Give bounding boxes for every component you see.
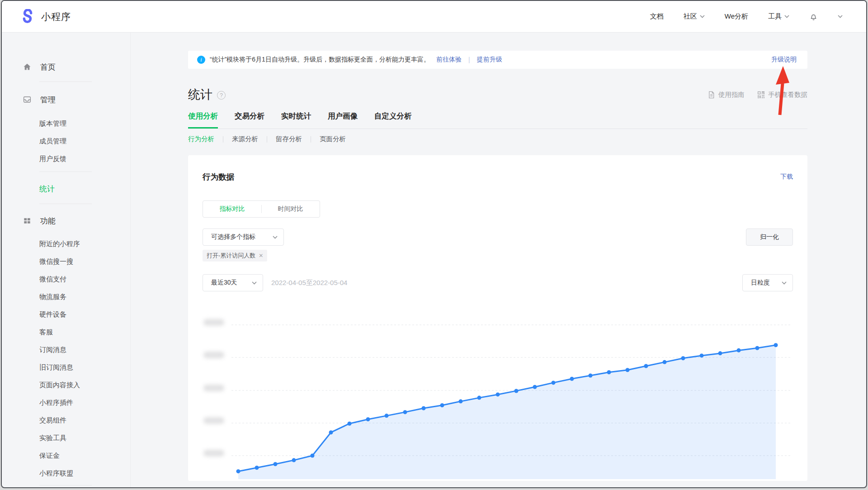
chevron-down-icon [700,15,705,18]
sidebar-item-member-manage[interactable]: 成员管理 [2,133,130,150]
subtab-page-analysis[interactable]: 页面分析 [320,135,346,143]
nav-we-analytics[interactable]: We分析 [725,12,748,21]
tab-usage-analysis[interactable]: 使用分析 [188,111,218,128]
top-nav: 文档 社区 We分析 工具 [650,12,843,21]
y-axis-label-redacted [203,319,224,326]
sidebar-item-nearby-miniprogram[interactable]: 附近的小程序 [2,235,130,253]
sidebar: 首页 管理 版本管理 成员管理 用户反馈 统计 功能 附近的小程序 微信搜一搜 … [2,33,131,487]
sidebar-item-old-subscribe-message[interactable]: 旧订阅消息 [2,359,130,376]
info-icon: i [197,56,205,64]
chevron-down-icon [782,281,787,285]
granularity-select[interactable]: 日粒度 [742,274,793,291]
sidebar-item-page-content[interactable]: 页面内容接入 [2,376,130,394]
sidebar-item-manage[interactable]: 管理 [2,90,130,109]
try-now-link[interactable]: 前往体验 [436,56,462,64]
y-axis-label-redacted [203,352,224,358]
sidebar-item-plugin[interactable]: 小程序插件 [2,394,130,412]
sidebar-item-wechat-search[interactable]: 微信搜一搜 [2,253,130,271]
chevron-down-icon [838,15,843,18]
subtab-source-analysis[interactable]: 来源分析 [232,135,258,143]
app-window: 小程序 文档 社区 We分析 工具 首页 [1,0,867,488]
sidebar-item-experiment-tools[interactable]: 实验工具 [2,429,130,447]
tray-icon [23,95,32,104]
tab-trade-analysis[interactable]: 交易分析 [235,111,264,128]
metric-select[interactable]: 可选择多个指标 [203,228,284,246]
behavior-line-chart [203,314,793,479]
date-range-select[interactable]: 最近30天 [203,274,263,291]
logo-text: 小程序 [41,10,71,23]
sidebar-item-user-feedback[interactable]: 用户反馈 [2,150,130,168]
bell-icon [809,12,818,21]
upgrade-notice-bar: i “统计”模块将于6月1日自动升级。升级后，数据指标更全面，分析能力更丰富。 … [188,51,807,69]
help-icon[interactable]: ? [217,91,226,100]
sidebar-item-customer-service[interactable]: 客服 [2,323,130,341]
metric-tag: 打开-累计访问人数 ✕ [203,250,267,262]
subtab-behavior-analysis[interactable]: 行为分析 [188,135,214,143]
sidebar-divider [39,81,92,82]
sidebar-item-logistics[interactable]: 物流服务 [2,288,130,306]
nav-community[interactable]: 社区 [684,12,705,21]
sidebar-item-home[interactable]: 首页 [2,58,130,76]
subtab-divider [311,136,311,143]
sidebar-divider [39,485,92,485]
grid-icon [23,216,32,225]
behavior-data-card: 行为数据 下载 指标对比 时间对比 可选择多个指标 归一化 打开-累计访问人数 [188,155,807,481]
usage-guide-button[interactable]: 使用指南 [708,90,745,99]
subtab-retention-analysis[interactable]: 留存分析 [276,135,302,143]
main-content: i “统计”模块将于6月1日自动升级。升级后，数据指标更全面，分析能力更丰富。 … [188,51,807,481]
mini-program-logo-icon [20,9,35,24]
notifications-button[interactable] [809,12,818,21]
chevron-down-icon [252,281,257,285]
account-menu[interactable] [838,15,843,18]
toggle-metric-compare[interactable]: 指标对比 [203,201,261,217]
notice-text: “统计”模块将于6月1日自动升级。升级后，数据指标更全面，分析能力更丰富。 [210,56,430,64]
sidebar-divider [39,171,92,172]
normalize-button[interactable]: 归一化 [746,228,793,246]
chevron-down-icon [784,15,789,18]
y-axis-label-redacted [203,417,224,424]
sidebar-item-statistics[interactable]: 统计 [2,180,130,198]
sidebar-item-features[interactable]: 功能 [2,212,130,230]
sidebar-item-subscribe-message[interactable]: 订阅消息 [2,341,130,359]
page-title: 统计 ? [188,86,226,103]
sidebar-divider [39,204,92,204]
sidebar-item-wechat-pay[interactable]: 微信支付 [2,271,130,288]
main-tabs: 使用分析 交易分析 实时统计 用户画像 自定义分析 [188,111,807,129]
sidebar-item-miniprogram-union[interactable]: 小程序联盟 [2,465,130,482]
tab-custom-analysis[interactable]: 自定义分析 [374,111,412,128]
view-on-mobile-button[interactable]: 手机查看数据 [757,90,807,99]
logo[interactable]: 小程序 [20,9,71,24]
chevron-down-icon [273,236,278,239]
toggle-time-compare[interactable]: 时间对比 [261,201,320,217]
sub-tabs: 行为分析 来源分析 留存分析 页面分析 [188,135,807,143]
sidebar-item-version-manage[interactable]: 版本管理 [2,115,130,133]
subtab-divider [223,136,223,143]
date-range-text: 2022-04-05至2022-05-04 [271,279,347,287]
subtab-divider [267,136,267,143]
y-axis-label-redacted [203,385,224,391]
notice-separator: ｜ [466,56,472,64]
document-icon [708,91,715,99]
home-icon [23,62,32,71]
top-bar: 小程序 文档 社区 We分析 工具 [2,1,866,33]
tab-user-portrait[interactable]: 用户画像 [328,111,358,128]
card-title: 行为数据 [203,171,234,182]
y-axis-label-redacted [203,450,224,457]
upgrade-early-link[interactable]: 提前升级 [477,56,502,64]
tab-realtime-stats[interactable]: 实时统计 [281,111,311,128]
remove-tag-icon[interactable]: ✕ [259,252,263,259]
nav-docs[interactable]: 文档 [650,12,664,21]
area-chart-canvas [203,314,793,479]
sidebar-item-trade-component[interactable]: 交易组件 [2,412,130,429]
sidebar-item-hardware[interactable]: 硬件设备 [2,306,130,323]
download-link[interactable]: 下载 [780,173,793,181]
upgrade-info-link[interactable]: 升级说明 [771,56,797,64]
nav-tools[interactable]: 工具 [768,12,789,21]
sidebar-item-deposit[interactable]: 保证金 [2,447,130,465]
compare-mode-toggle: 指标对比 时间对比 [203,200,320,218]
qr-code-icon [757,91,765,99]
